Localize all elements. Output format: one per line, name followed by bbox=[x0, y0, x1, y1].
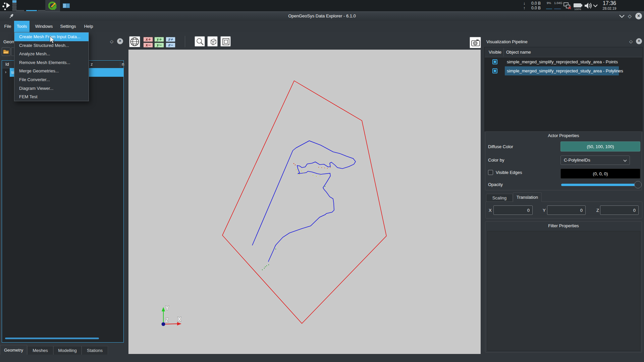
col-object-name: Object name bbox=[506, 50, 531, 55]
y-label: Y bbox=[543, 208, 546, 213]
visible-checkbox[interactable] bbox=[492, 68, 497, 73]
menu-analyze-mesh[interactable]: Analyze Mesh... bbox=[14, 50, 89, 58]
diffuse-color-label: Diffuse Color bbox=[488, 144, 513, 149]
menu-merge-geometries[interactable]: Merge Geometries... bbox=[14, 67, 89, 75]
color-by-dropdown[interactable]: C-PolylineIDs bbox=[560, 156, 630, 165]
task-strip bbox=[16, 10, 24, 11]
menu-help[interactable]: Help bbox=[82, 21, 95, 32]
pipeline-row-polylines[interactable]: simple_merged_simplify_reprojected_study… bbox=[485, 66, 642, 75]
visible-checkbox[interactable] bbox=[492, 59, 497, 64]
task-strip-active bbox=[26, 10, 37, 11]
scene-canvas: Y Z X bbox=[128, 50, 481, 354]
view-x-minus-button[interactable]: x− bbox=[143, 43, 153, 48]
battery-percent-label: 100% bbox=[574, 8, 581, 11]
maximize-icon[interactable]: ◇ bbox=[628, 12, 632, 20]
visible-edges-checkbox[interactable] bbox=[488, 170, 493, 175]
expander-icon[interactable]: › bbox=[5, 70, 6, 74]
view-z-plus-button[interactable]: z+ bbox=[166, 37, 175, 42]
frame-icon bbox=[222, 38, 230, 46]
reset-view-button[interactable] bbox=[220, 36, 231, 47]
z-field[interactable] bbox=[600, 205, 639, 215]
tab-stations[interactable]: Stations bbox=[82, 346, 108, 355]
pager-desktop-2[interactable] bbox=[12, 3, 16, 5]
tab-scaling[interactable]: Scaling bbox=[486, 194, 513, 202]
axis-label-z: Z bbox=[165, 317, 169, 323]
menu-remove-mesh-elements[interactable]: Remove Mesh Elements... bbox=[14, 58, 89, 67]
menu-settings[interactable]: Settings bbox=[58, 21, 78, 32]
pipeline-header[interactable]: Visible Object name bbox=[485, 47, 642, 57]
menu-tools[interactable]: Tools bbox=[14, 21, 30, 32]
pager-desktop-3[interactable] bbox=[12, 6, 16, 8]
pin-icon[interactable] bbox=[9, 13, 14, 19]
cube-icon bbox=[209, 38, 217, 46]
window-icon bbox=[63, 3, 70, 8]
opacity-slider-handle[interactable] bbox=[634, 181, 642, 188]
z-label: Z bbox=[596, 208, 599, 213]
zoom-button[interactable] bbox=[195, 36, 205, 47]
tab-translation[interactable]: Translation bbox=[513, 192, 542, 202]
pager-desktop-1[interactable] bbox=[12, 0, 16, 3]
opacity-label: Opacity bbox=[488, 182, 503, 187]
app-launcher-icon[interactable] bbox=[2, 1, 12, 10]
diffuse-color-button[interactable]: (50, 100, 100) bbox=[560, 141, 640, 152]
speaker-icon[interactable] bbox=[584, 2, 592, 9]
pipeline-row-points[interactable]: simple_merged_simplify_reprojected_study… bbox=[485, 57, 642, 66]
system-panel: ↓ 0.0 B ↑ 0.0 B 9% 1.04G 100% bbox=[0, 0, 644, 11]
menu-file-converter[interactable]: File Converter... bbox=[14, 75, 89, 84]
horizontal-scrollbar[interactable] bbox=[5, 338, 99, 339]
left-dock-close-icon[interactable]: × bbox=[117, 38, 123, 44]
minimize-icon[interactable] bbox=[619, 15, 625, 18]
axis-label-y: Y bbox=[165, 305, 169, 311]
pipeline-tree[interactable]: Visible Object name simple_merged_simpli… bbox=[484, 47, 643, 131]
menu-diagram-viewer[interactable]: Diagram Viewer... bbox=[14, 84, 89, 93]
view-y-minus-button[interactable]: y− bbox=[154, 43, 164, 48]
net-up-arrow: ↑ bbox=[523, 6, 525, 10]
col-visible: Visible bbox=[489, 50, 501, 55]
left-dock-float-icon[interactable]: ◇ bbox=[110, 39, 113, 44]
coastline-west bbox=[252, 150, 293, 245]
open-geometry-button[interactable] bbox=[2, 47, 10, 56]
tab-modelling[interactable]: Modelling bbox=[53, 346, 82, 355]
view-x-plus-button[interactable]: x+ bbox=[143, 37, 153, 42]
close-icon[interactable]: × bbox=[635, 13, 642, 19]
tray-expander-icon[interactable] bbox=[593, 4, 598, 7]
opacity-slider-track[interactable] bbox=[561, 184, 636, 186]
cpu-monitor-label: 9% bbox=[547, 1, 551, 5]
window-title: OpenGeoSys Data Explorer - 6.1.0 bbox=[0, 11, 644, 21]
screenshare-disabled-icon[interactable] bbox=[564, 2, 572, 10]
tab-meshes[interactable]: Meshes bbox=[27, 346, 53, 355]
study-area-outline bbox=[222, 81, 386, 323]
taskbar-qgis-button[interactable] bbox=[45, 0, 60, 11]
view-y-plus-button[interactable]: y+ bbox=[154, 37, 164, 42]
right-dock-close-icon[interactable]: × bbox=[636, 38, 642, 44]
menu-windows[interactable]: Windows bbox=[33, 21, 55, 32]
view-z-minus-button[interactable]: z− bbox=[166, 43, 175, 48]
visible-edges-label: Visible Edges bbox=[496, 170, 522, 175]
net-down-value: 0.0 B bbox=[529, 1, 541, 6]
clock-time: 17:36 bbox=[599, 0, 620, 6]
folder-open-icon bbox=[3, 49, 9, 54]
camera-icon bbox=[471, 39, 480, 47]
menu-fem-test[interactable]: FEM Test bbox=[14, 93, 89, 101]
right-dock-float-icon[interactable]: ◇ bbox=[629, 39, 633, 44]
x-field[interactable] bbox=[493, 205, 533, 215]
taskbar-window-button[interactable] bbox=[61, 0, 71, 11]
screenshot-button[interactable] bbox=[470, 37, 481, 48]
qgis-icon bbox=[48, 1, 57, 10]
filter-properties-area bbox=[487, 231, 640, 351]
globe-button[interactable] bbox=[129, 36, 140, 47]
tab-geometry[interactable]: Geometry bbox=[0, 345, 27, 355]
menu-file[interactable]: File bbox=[2, 21, 13, 32]
clock-date: 28.02.19 bbox=[599, 6, 620, 10]
actor-properties-title: Actor Properties bbox=[485, 133, 642, 138]
show-bounding-box-button[interactable] bbox=[207, 36, 218, 47]
col-name: n bbox=[122, 62, 124, 67]
edge-color-button[interactable]: (0, 0, 0) bbox=[560, 169, 640, 179]
render-viewport[interactable]: Y Z X bbox=[128, 50, 481, 354]
color-by-label: Color by bbox=[488, 158, 504, 163]
geometry-tree[interactable]: Id z n › simple_merged_simplify_reprojec… bbox=[2, 60, 124, 343]
y-field[interactable] bbox=[547, 205, 586, 215]
battery-icon bbox=[574, 3, 583, 8]
color-by-value: C-PolylineIDs bbox=[564, 158, 590, 163]
orientation-axes: Y Z X bbox=[162, 305, 182, 326]
